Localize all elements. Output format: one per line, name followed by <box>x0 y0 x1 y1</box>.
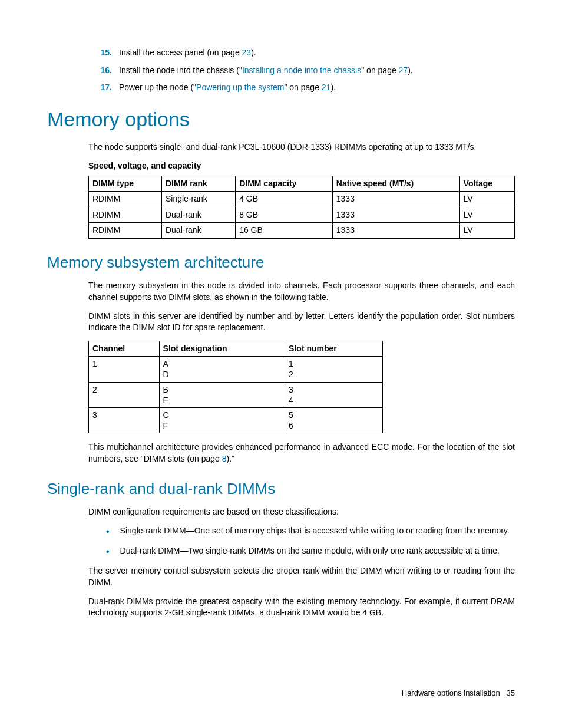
step-15: 15. Install the access panel (on page 23… <box>94 47 515 59</box>
bullet-text: Single-rank DIMM—One set of memory chips… <box>120 525 515 538</box>
install-steps-list: 15. Install the access panel (on page 23… <box>94 47 515 94</box>
table-cell: 12 <box>285 357 383 382</box>
footer-page-number: 35 <box>507 689 515 697</box>
page-link[interactable]: 8 <box>222 454 227 463</box>
table-cell: 56 <box>285 408 383 433</box>
table-cell: 1333 <box>332 192 459 207</box>
list-item: • Single-rank DIMM—One set of memory chi… <box>106 525 515 538</box>
table-cell: 2 <box>89 382 160 407</box>
table-cell: 1333 <box>332 207 459 223</box>
table-row: 1AD12 <box>89 357 383 382</box>
table-cell: Dual-rank <box>161 223 235 239</box>
table-row: RDIMMSingle-rank4 GB1333LV <box>89 192 515 207</box>
step-16: 16. Install the node into the chassis ("… <box>94 65 515 77</box>
intro-paragraph: The node supports single- and dual-rank … <box>88 141 515 153</box>
step-number: 15. <box>94 47 112 59</box>
bullet-icon: • <box>106 545 110 558</box>
col-header: DIMM rank <box>161 176 235 192</box>
rank-intro: DIMM configuration requirements are base… <box>88 506 515 518</box>
rank-para-2: The server memory control subsystem sele… <box>88 565 515 588</box>
table-row: 3CF56 <box>89 408 383 433</box>
footer-section-title: Hardware options installation <box>402 689 500 697</box>
dimm-spec-table: DIMM type DIMM rank DIMM capacity Native… <box>88 176 515 239</box>
table-cell: Single-rank <box>161 192 235 207</box>
table-cell: LV <box>459 207 514 223</box>
table-caption: Speed, voltage, and capacity <box>88 160 515 172</box>
heading-memory-subsystem: Memory subsystem architecture <box>47 252 515 273</box>
bullet-icon: • <box>106 525 110 538</box>
table-cell: Dual-rank <box>161 207 235 223</box>
heading-memory-options: Memory options <box>47 106 515 134</box>
table-cell: BE <box>159 382 285 407</box>
step-17: 17. Power up the node ("Powering up the … <box>94 82 515 94</box>
table-cell: 34 <box>285 382 383 407</box>
bullet-text: Dual-rank DIMM—Two single-rank DIMMs on … <box>120 545 515 558</box>
table-cell: LV <box>459 192 514 207</box>
table-cell: 8 GB <box>236 207 333 223</box>
table-cell: 1 <box>89 357 160 382</box>
step-text: Power up the node ("Powering up the syst… <box>119 82 515 94</box>
col-header: Channel <box>89 341 160 357</box>
step-text: Install the node into the chassis ("Inst… <box>119 65 515 77</box>
page-link[interactable]: 21 <box>322 83 331 92</box>
cross-ref-link[interactable]: Installing a node into the chassis <box>242 65 361 75</box>
table-cell: AD <box>159 357 285 382</box>
table-cell: 16 GB <box>236 223 333 239</box>
table-cell: 1333 <box>332 223 459 239</box>
col-header: Voltage <box>459 176 514 192</box>
page-link[interactable]: 23 <box>242 48 252 57</box>
step-number: 16. <box>94 65 112 77</box>
cross-ref-link[interactable]: Powering up the system <box>196 83 284 92</box>
col-header: DIMM type <box>89 176 162 192</box>
table-cell: RDIMM <box>89 192 162 207</box>
table-cell: 4 GB <box>236 192 333 207</box>
step-number: 17. <box>94 82 112 94</box>
list-item: • Dual-rank DIMM—Two single-rank DIMMs o… <box>106 545 515 558</box>
col-header: DIMM capacity <box>236 176 333 192</box>
arch-para-1: The memory subsystem in this node is div… <box>88 280 515 303</box>
step-text: Install the access panel (on page 23). <box>119 47 515 59</box>
table-header-row: DIMM type DIMM rank DIMM capacity Native… <box>89 176 515 192</box>
col-header: Slot designation <box>159 341 285 357</box>
page-link[interactable]: 27 <box>399 65 408 75</box>
rank-bullet-list: • Single-rank DIMM—One set of memory chi… <box>106 525 515 559</box>
rank-para-3: Dual-rank DIMMs provide the greatest cap… <box>88 596 515 619</box>
table-cell: CF <box>159 408 285 433</box>
table-header-row: Channel Slot designation Slot number <box>89 341 383 357</box>
table-cell: LV <box>459 223 514 239</box>
page-footer: Hardware options installation 35 <box>402 688 515 699</box>
arch-para-3: This multichannel architecture provides … <box>88 442 515 465</box>
table-row: 2BE34 <box>89 382 383 407</box>
arch-para-2: DIMM slots in this server are identified… <box>88 311 515 334</box>
heading-single-dual-rank: Single-rank and dual-rank DIMMs <box>47 478 515 499</box>
table-cell: RDIMM <box>89 207 162 223</box>
table-row: RDIMMDual-rank16 GB1333LV <box>89 223 515 239</box>
table-cell: 3 <box>89 408 160 433</box>
channel-slot-table: Channel Slot designation Slot number 1AD… <box>88 341 383 434</box>
col-header: Native speed (MT/s) <box>332 176 459 192</box>
table-cell: RDIMM <box>89 223 162 239</box>
table-row: RDIMMDual-rank8 GB1333LV <box>89 207 515 223</box>
col-header: Slot number <box>285 341 383 357</box>
